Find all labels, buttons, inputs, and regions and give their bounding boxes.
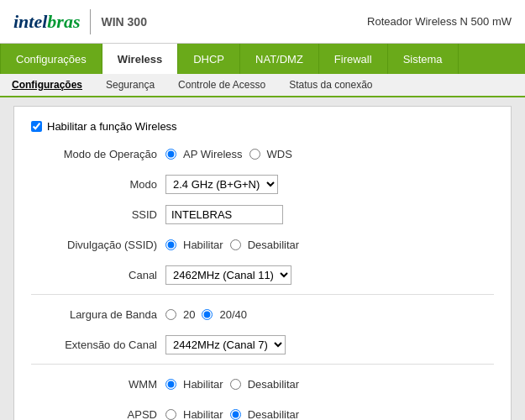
divulgacao-row: Divulgação (SSID) Habilitar Desabilitar [31,234,494,255]
apsd-habilitar-radio[interactable] [165,409,176,420]
divulgacao-habilitar-label: Habilitar [183,239,223,251]
modo-operacao-control: AP Wireless WDS [165,148,494,160]
largura-2040-label: 20/40 [219,308,247,321]
header: intelbras WIN 300 Roteador Wireless N 50… [0,0,525,44]
section-divider-2 [31,364,494,365]
logo-divider [90,9,91,34]
divulgacao-habilitar-radio[interactable] [165,239,176,250]
model-name: WIN 300 [101,15,146,29]
largura-banda-label: Largura de Banda [31,308,165,321]
subnav-status-conexao[interactable]: Status da conexão [286,77,375,92]
ssid-label: SSID [31,208,165,221]
modo-operacao-label: Modo de Operação [31,148,165,160]
modo-operacao-ap-radio[interactable] [165,149,176,160]
subnav-seguranca[interactable]: Segurança [102,77,158,92]
enable-wireless-label: Habilitar a função Wireless [47,120,177,133]
apsd-desabilitar-radio[interactable] [230,409,241,420]
extensao-canal-label: Extensão do Canal [31,339,165,351]
divulgacao-desabilitar-label: Desabilitar [248,239,299,251]
content-box: Habilitar a função Wireless Modo de Oper… [13,106,512,420]
largura-20-radio[interactable] [165,309,176,320]
modo-label: Modo [31,178,165,191]
apsd-habilitar-label: Habilitar [183,408,223,421]
nav-item-dhcp[interactable]: DHCP [178,44,240,74]
apsd-control: Habilitar Desabilitar [165,408,494,421]
wmm-row: WMM Habilitar Desabilitar [31,373,494,395]
wmm-habilitar-label: Habilitar [183,378,223,391]
logo: intelbras [13,11,80,33]
divulgacao-desabilitar-radio[interactable] [230,239,241,250]
divulgacao-label: Divulgação (SSID) [31,239,165,251]
ssid-input[interactable] [165,205,283,224]
modo-row: Modo 2.4 GHz (B+G+N) 2.4 GHz (B+G) 2.4 G… [31,173,494,195]
modo-control: 2.4 GHz (B+G+N) 2.4 GHz (B+G) 2.4 GHz (N… [165,175,494,194]
nav-item-nat-dmz[interactable]: NAT/DMZ [240,44,319,74]
ap-wireless-label: AP Wireless [183,148,243,160]
logo-bras: bras [47,11,80,32]
apsd-label: APSD [31,408,165,421]
ssid-row: SSID [31,203,494,225]
canal-row: Canal 2462MHz (Canal 11) 2437MHz (Canal … [31,264,494,286]
main-content: Habilitar a função Wireless Modo de Oper… [0,97,525,420]
wmm-habilitar-radio[interactable] [165,379,176,390]
largura-banda-control: 20 20/40 [165,308,494,321]
enable-wireless-row: Habilitar a função Wireless [31,120,494,133]
extensao-canal-row: Extensão do Canal 2442MHz (Canal 7) 2422… [31,333,494,355]
wmm-desabilitar-radio[interactable] [230,379,241,390]
extensao-canal-control: 2442MHz (Canal 7) 2422MHz (Canal 3) 2452… [165,335,494,354]
subnav-controle-acesso[interactable]: Controle de Acesso [175,77,269,92]
canal-control: 2462MHz (Canal 11) 2437MHz (Canal 6) 241… [165,265,494,285]
router-description: Roteador Wireless N 500 mW [367,15,512,28]
modo-operacao-row: Modo de Operação AP Wireless WDS [31,143,494,165]
nav-item-configuracoes[interactable]: Configurações [0,44,102,74]
extensao-canal-select[interactable]: 2442MHz (Canal 7) 2422MHz (Canal 3) 2452… [165,335,286,354]
main-nav: Configurações Wireless DHCP NAT/DMZ Fire… [0,44,525,74]
wmm-label: WMM [31,378,165,391]
wmm-control: Habilitar Desabilitar [165,378,494,391]
largura-banda-row: Largura de Banda 20 20/40 [31,303,494,325]
subnav-configuracoes[interactable]: Configurações [8,77,86,92]
section-divider-1 [31,294,494,295]
logo-intel: intel [13,11,47,32]
nav-item-wireless[interactable]: Wireless [102,44,178,74]
largura-2040-radio[interactable] [202,309,213,320]
enable-wireless-checkbox[interactable] [31,121,42,132]
modo-select[interactable]: 2.4 GHz (B+G+N) 2.4 GHz (B+G) 2.4 GHz (N… [165,175,278,194]
wds-label: WDS [267,148,292,160]
apsd-desabilitar-label: Desabilitar [248,408,299,421]
wmm-desabilitar-label: Desabilitar [248,378,299,391]
canal-select[interactable]: 2462MHz (Canal 11) 2437MHz (Canal 6) 241… [165,265,291,285]
apsd-row: APSD Habilitar Desabilitar [31,403,494,420]
sub-nav: Configurações Segurança Controle de Aces… [0,74,525,97]
modo-operacao-wds-radio[interactable] [249,149,260,160]
nav-item-sistema[interactable]: Sistema [388,44,459,74]
nav-item-firewall[interactable]: Firewall [319,44,388,74]
canal-label: Canal [31,269,165,281]
divulgacao-control: Habilitar Desabilitar [165,239,494,251]
ssid-control [165,205,494,224]
largura-20-label: 20 [183,308,195,321]
